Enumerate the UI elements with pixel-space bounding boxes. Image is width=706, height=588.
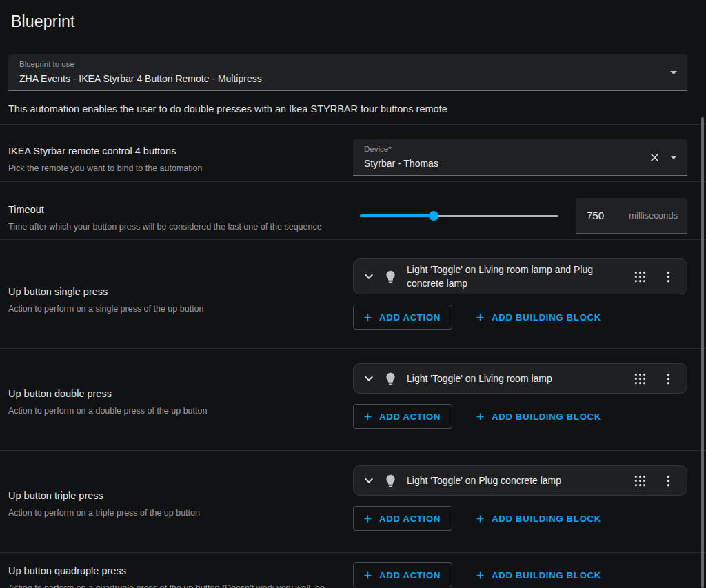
section-quadruple-press-info: Up button quadruple press Action to perf… bbox=[8, 565, 332, 588]
chevron-down-icon[interactable] bbox=[665, 149, 682, 165]
add-action-button[interactable]: ADD ACTION bbox=[353, 305, 452, 330]
plus-icon bbox=[474, 569, 486, 581]
add-action-button[interactable]: ADD ACTION bbox=[353, 506, 452, 531]
more-vert-icon[interactable] bbox=[661, 474, 676, 488]
timeout-unit: milliseconds bbox=[629, 210, 678, 221]
lightbulb-icon bbox=[383, 474, 398, 488]
action-card: Light 'Toggle' on Living room lamp and P… bbox=[353, 258, 687, 294]
section-subtitle: Pick the remote you want to bind to the … bbox=[8, 163, 332, 174]
blueprint-picker-label: Blueprint to use bbox=[19, 60, 643, 69]
plus-icon bbox=[474, 411, 486, 423]
section-title: Timeout bbox=[8, 203, 332, 216]
section-single-press-info: Up button single press Action to perform… bbox=[8, 285, 332, 314]
add-building-block-label: ADD BUILDING BLOCK bbox=[492, 514, 601, 524]
add-action-button[interactable]: ADD ACTION bbox=[353, 404, 452, 429]
lightbulb-icon bbox=[383, 372, 398, 386]
page-title: Blueprint bbox=[8, 0, 687, 31]
blueprint-picker[interactable]: Blueprint to use ZHA Events - IKEA Styrb… bbox=[8, 54, 687, 91]
blueprint-picker-value: ZHA Events - IKEA Styrbar 4 Button Remot… bbox=[19, 73, 643, 84]
add-action-label: ADD ACTION bbox=[379, 312, 441, 323]
plus-icon bbox=[362, 569, 374, 581]
add-building-block-label: ADD BUILDING BLOCK bbox=[492, 412, 601, 422]
action-card: Light 'Toggle' on Plug concrete lamp bbox=[353, 465, 687, 496]
action-card-label: Light 'Toggle' on Living room lamp bbox=[407, 372, 625, 385]
section-quadruple-press: Up button quadruple press Action to perf… bbox=[8, 553, 687, 588]
expand-toggle-chevron-down-icon[interactable] bbox=[361, 268, 377, 285]
chevron-down-icon[interactable] bbox=[665, 64, 682, 81]
add-building-block-button[interactable]: ADD BUILDING BLOCK bbox=[469, 506, 607, 531]
expand-toggle-chevron-down-icon[interactable] bbox=[361, 370, 377, 387]
slider-thumb[interactable] bbox=[429, 211, 438, 221]
plus-icon bbox=[362, 513, 374, 525]
section-subtitle: Action to perform on a double press of t… bbox=[8, 406, 332, 416]
section-double-press: Up button double press Action to perform… bbox=[8, 349, 687, 450]
section-device: IKEA Styrbar remote control 4 buttons Pi… bbox=[8, 125, 687, 181]
section-title: Up button triple press bbox=[8, 489, 332, 502]
plus-icon bbox=[474, 312, 486, 323]
add-building-block-label: ADD BUILDING BLOCK bbox=[492, 570, 601, 580]
action-card-label: Light 'Toggle' on Living room lamp and P… bbox=[407, 263, 625, 290]
section-title: Up button quadruple press bbox=[8, 565, 332, 577]
drag-handle-icon[interactable] bbox=[633, 372, 647, 386]
blueprint-editor-page: Blueprint Blueprint to use ZHA Events - … bbox=[0, 0, 706, 588]
lightbulb-icon bbox=[383, 270, 398, 284]
drag-handle-icon[interactable] bbox=[633, 270, 647, 284]
add-action-label: ADD ACTION bbox=[379, 514, 441, 524]
add-action-label: ADD ACTION bbox=[379, 570, 441, 580]
section-triple-press: Up button triple press Action to perform… bbox=[8, 451, 687, 552]
section-device-info: IKEA Styrbar remote control 4 buttons Pi… bbox=[8, 145, 332, 176]
more-vert-icon[interactable] bbox=[661, 270, 676, 284]
timeout-slider[interactable] bbox=[353, 198, 576, 234]
section-subtitle: Time after which your button press will … bbox=[8, 222, 332, 232]
section-subtitle: Action to perform on a single press of t… bbox=[8, 304, 332, 314]
slider-fill bbox=[360, 214, 434, 217]
add-action-label: ADD ACTION bbox=[379, 412, 441, 422]
section-triple-press-info: Up button triple press Action to perform… bbox=[8, 489, 332, 518]
add-building-block-button[interactable]: ADD BUILDING BLOCK bbox=[469, 562, 607, 587]
add-building-block-label: ADD BUILDING BLOCK bbox=[492, 312, 601, 323]
scrollbar-thumb[interactable] bbox=[701, 117, 704, 588]
device-picker-label: Device* bbox=[364, 145, 643, 154]
section-timeout: Timeout Time after which your button pre… bbox=[8, 182, 687, 239]
drag-handle-icon[interactable] bbox=[633, 474, 647, 488]
device-picker[interactable]: Device* Styrbar - Thomas bbox=[353, 139, 687, 176]
section-subtitle: Action to perform on a quadruple press o… bbox=[8, 583, 332, 588]
section-subtitle: Action to perform on a triple press of t… bbox=[8, 508, 332, 518]
clear-icon[interactable] bbox=[648, 151, 661, 164]
timeout-value: 750 bbox=[587, 210, 604, 221]
add-building-block-button[interactable]: ADD BUILDING BLOCK bbox=[469, 404, 607, 429]
section-title: Up button double press bbox=[8, 387, 332, 400]
section-double-press-info: Up button double press Action to perform… bbox=[8, 387, 332, 416]
section-title: IKEA Styrbar remote control 4 buttons bbox=[8, 145, 332, 157]
device-picker-value: Styrbar - Thomas bbox=[364, 158, 643, 169]
section-title: Up button single press bbox=[8, 285, 332, 298]
expand-toggle-chevron-down-icon[interactable] bbox=[361, 472, 377, 489]
section-timeout-info: Timeout Time after which your button pre… bbox=[8, 203, 332, 234]
plus-icon bbox=[474, 513, 486, 525]
more-vert-icon[interactable] bbox=[661, 372, 676, 386]
section-single-press: Up button single press Action to perform… bbox=[8, 240, 687, 348]
add-action-button[interactable]: ADD ACTION bbox=[353, 562, 452, 587]
add-building-block-button[interactable]: ADD BUILDING BLOCK bbox=[469, 305, 607, 330]
action-card: Light 'Toggle' on Living room lamp bbox=[353, 363, 687, 394]
blueprint-description: This automation enables the user to do d… bbox=[8, 102, 687, 116]
action-card-label: Light 'Toggle' on Plug concrete lamp bbox=[407, 474, 625, 487]
plus-icon bbox=[362, 411, 374, 423]
plus-icon bbox=[362, 312, 374, 323]
timeout-value-field[interactable]: 750 milliseconds bbox=[576, 198, 687, 234]
